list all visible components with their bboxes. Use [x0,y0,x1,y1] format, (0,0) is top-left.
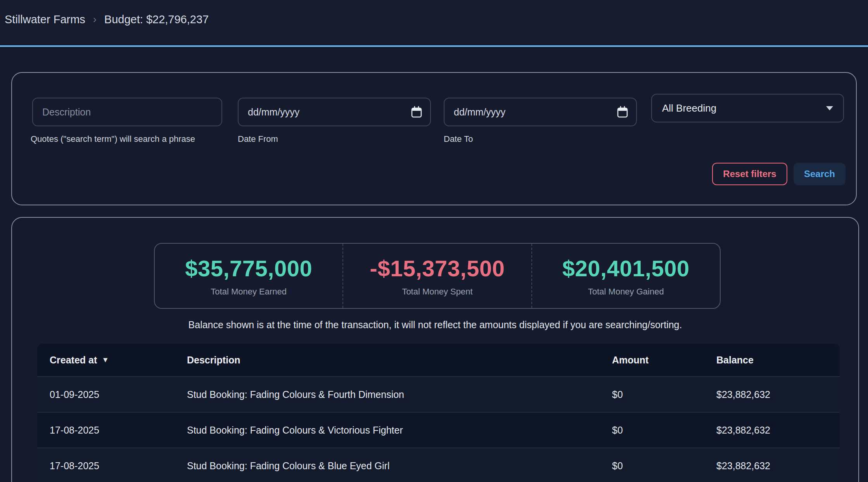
stat-total-gained: $20,401,500 Total Money Gained [531,244,720,308]
date-from-input[interactable] [238,98,431,126]
column-header-balance[interactable]: Balance [716,355,840,366]
cell-description: Stud Booking: Fading Colours & Blue Eyed… [187,460,612,472]
cell-created-at: 01-09-2025 [50,389,187,400]
created-at-header-label: Created at [50,355,97,366]
breeding-filter-select[interactable]: All Breeding [651,94,844,122]
total-earned-label: Total Money Earned [211,287,287,297]
date-from-field-wrap [238,98,431,126]
cell-balance: $23,882,632 [716,460,840,472]
filters-panel: Quotes ("search term") will search a phr… [11,72,857,205]
table-row: 17-08-2025 Stud Booking: Fading Colours … [37,448,840,482]
transactions-table: Created at ▼ Description Amount Balance … [37,344,840,482]
stat-total-earned: $35,775,000 Total Money Earned [155,244,342,308]
cell-amount: $0 [612,389,716,400]
stat-total-spent: -$15,373,500 Total Money Spent [342,244,531,308]
breadcrumb-farm-link[interactable]: Stillwater Farms [5,13,85,26]
description-header-label: Description [187,355,240,366]
description-input[interactable] [32,98,222,126]
breeding-filter-value: All Breeding [662,102,716,114]
balance-header-label: Balance [716,355,754,366]
sort-desc-icon: ▼ [102,356,109,364]
search-button[interactable]: Search [794,163,846,185]
table-row: 01-09-2025 Stud Booking: Fading Colours … [37,376,840,412]
chevron-right-icon: › [93,14,97,26]
date-to-field-wrap [444,98,637,126]
cell-amount: $0 [612,425,716,436]
column-header-description[interactable]: Description [187,355,612,366]
total-spent-value: -$15,373,500 [370,255,505,281]
budget-panel: $35,775,000 Total Money Earned -$15,373,… [11,217,859,482]
description-field-wrap [32,98,222,126]
cell-balance: $23,882,632 [716,389,840,400]
top-bar: Stillwater Farms › Budget: $22,796,237 [0,0,868,47]
cell-description: Stud Booking: Fading Colours & Fourth Di… [187,389,612,400]
total-spent-label: Total Money Spent [402,287,472,297]
description-hint: Quotes ("search term") will search a phr… [31,134,195,144]
table-row: 17-08-2025 Stud Booking: Fading Colours … [37,412,840,448]
column-header-created-at[interactable]: Created at ▼ [50,355,187,366]
balance-note: Balance shown is at the time of the tran… [12,319,858,331]
column-header-amount[interactable]: Amount [612,355,716,366]
breadcrumb: Stillwater Farms › Budget: $22,796,237 [5,13,209,26]
date-from-label: Date From [238,134,278,144]
breadcrumb-current-page: Budget: $22,796,237 [104,13,209,26]
cell-created-at: 17-08-2025 [50,425,187,436]
chevron-down-icon [826,106,833,110]
date-to-label: Date To [444,134,473,144]
cell-amount: $0 [612,460,716,472]
date-to-input[interactable] [444,98,637,126]
reset-filters-button[interactable]: Reset filters [712,163,787,185]
total-gained-label: Total Money Gained [588,287,664,297]
table-header-row: Created at ▼ Description Amount Balance [37,344,840,376]
total-gained-value: $20,401,500 [562,255,690,281]
cell-balance: $23,882,632 [716,425,840,436]
cell-description: Stud Booking: Fading Colours & Victoriou… [187,425,612,436]
summary-stats: $35,775,000 Total Money Earned -$15,373,… [154,243,721,309]
cell-created-at: 17-08-2025 [50,460,187,472]
amount-header-label: Amount [612,355,648,366]
total-earned-value: $35,775,000 [185,255,312,281]
